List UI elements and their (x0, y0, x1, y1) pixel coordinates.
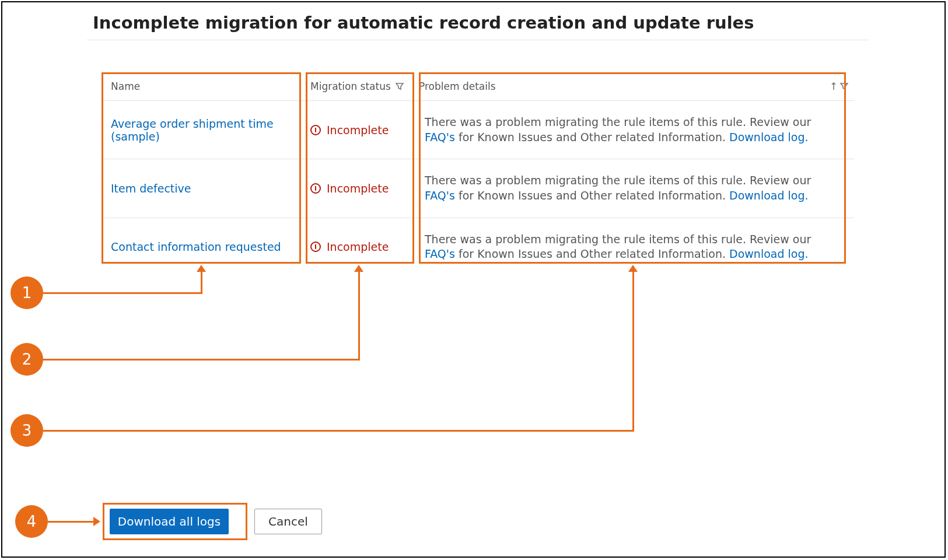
rules-table: Name Migration status Problem details (102, 72, 854, 276)
col-header-name-label: Name (111, 80, 140, 92)
rule-name-link[interactable]: Contact information requested (111, 240, 281, 253)
download-log-link[interactable]: Download log. (729, 247, 809, 260)
annotation-connector (201, 272, 202, 294)
callout-badge-1: 1 (11, 276, 43, 309)
title-divider (87, 40, 869, 40)
col-header-details-label: Problem details (419, 80, 496, 92)
rule-name-link[interactable]: Average order shipment time (sample) (111, 117, 293, 143)
table-row: Average order shipment time (sample) Inc… (102, 100, 854, 159)
cancel-button[interactable]: Cancel (254, 509, 322, 534)
annotation-connector (43, 359, 359, 360)
rule-name-link[interactable]: Item defective (111, 182, 191, 195)
table-header-row: Name Migration status Problem details (102, 72, 854, 100)
error-icon (310, 125, 321, 135)
problem-details-text: There was a problem migrating the rule i… (419, 165, 846, 211)
annotation-arrow (628, 265, 638, 272)
annotation-arrow (93, 517, 100, 526)
error-icon (310, 183, 321, 194)
filter-icon[interactable] (840, 81, 848, 93)
annotation-connector (48, 521, 95, 523)
annotation-arrow (197, 265, 206, 272)
problem-details-text: There was a problem migrating the rule i… (419, 224, 846, 270)
callout-badge-2: 2 (11, 343, 43, 376)
col-header-status-label: Migration status (310, 80, 391, 92)
status-text: Incomplete (327, 240, 389, 253)
status-text: Incomplete (327, 124, 389, 136)
annotation-connector (358, 272, 360, 360)
col-header-name[interactable]: Name (102, 72, 301, 100)
col-header-status[interactable]: Migration status (301, 72, 410, 100)
error-icon (310, 242, 321, 252)
annotation-connector (43, 430, 634, 432)
page-title: Incomplete migration for automatic recor… (93, 13, 754, 33)
download-log-link[interactable]: Download log. (729, 189, 809, 202)
annotation-arrow (354, 265, 363, 272)
sort-icon[interactable] (830, 81, 837, 93)
faq-link[interactable]: FAQ's (425, 247, 455, 260)
filter-icon[interactable] (396, 81, 404, 93)
download-all-logs-button[interactable]: Download all logs (110, 509, 229, 534)
status-text: Incomplete (327, 182, 389, 195)
callout-badge-3: 3 (11, 414, 43, 447)
table-row: Contact information requested Incomplete… (102, 218, 854, 276)
problem-details-text: There was a problem migrating the rule i… (419, 107, 846, 153)
faq-link[interactable]: FAQ's (425, 131, 455, 144)
table-row: Item defective Incomplete There was a pr… (102, 159, 854, 217)
col-header-details[interactable]: Problem details (410, 72, 854, 100)
callout-badge-4: 4 (15, 505, 48, 538)
annotation-connector (43, 292, 202, 294)
faq-link[interactable]: FAQ's (425, 189, 455, 202)
annotation-connector (632, 272, 634, 432)
download-log-link[interactable]: Download log. (729, 131, 809, 144)
